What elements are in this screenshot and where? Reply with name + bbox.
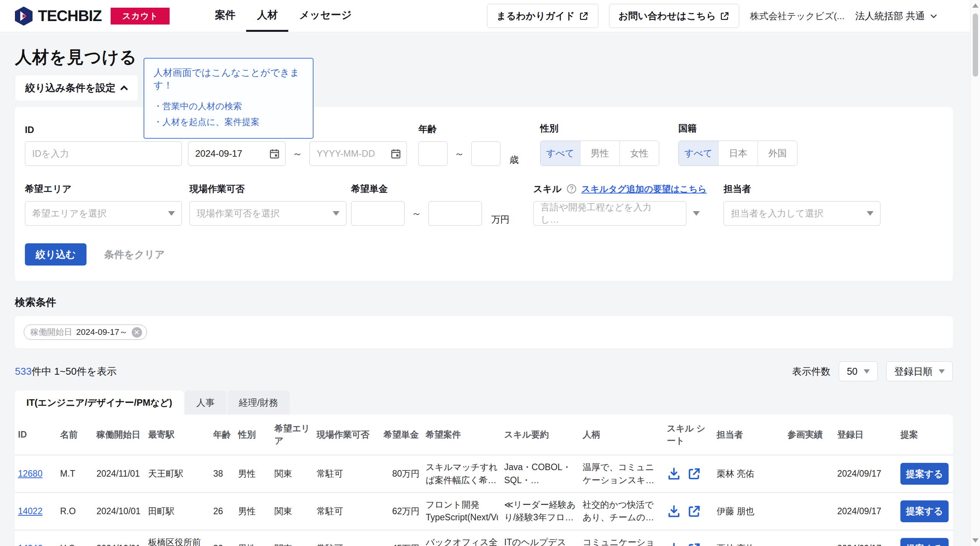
cell-onsite: 常駐可 xyxy=(314,455,381,493)
main-content: 人材を見つける 人材画面ではこんなことができます！ ・営業中の人材の検索・人材を… xyxy=(0,46,980,546)
close-icon[interactable]: ✕ xyxy=(132,327,142,338)
nav-item-案件[interactable]: 案件 xyxy=(204,0,246,32)
cell-gender: 男性 xyxy=(235,530,271,546)
cell-area: 関東 xyxy=(271,455,314,493)
gender-filter-label: 性別 xyxy=(540,122,659,134)
nationality-option-すべて[interactable]: すべて xyxy=(679,141,718,166)
area-filter-label: 希望エリア xyxy=(25,183,182,195)
rate-max-input[interactable] xyxy=(428,201,482,226)
skill-input[interactable]: 言語や開発工程などを入力し… xyxy=(533,201,686,226)
vertical-scrollbar[interactable] xyxy=(970,0,980,546)
cell-record xyxy=(784,493,834,530)
sort-order-value: 登録日順 xyxy=(894,365,933,378)
tab-人事[interactable]: 人事 xyxy=(185,390,226,415)
tab-IT(エンジニア/デザイナー/PMなど)[interactable]: IT(エンジニア/デザイナー/PMなど) xyxy=(15,390,184,415)
candidate-id-link[interactable]: 12680 xyxy=(18,469,42,479)
search-conditions-card: 稼働開始日2024-09-17～✕ xyxy=(15,316,953,348)
cell-wish: バックオフィス全般、営業案件、… xyxy=(423,530,501,546)
area-select[interactable]: 希望エリアを選択 xyxy=(25,201,182,226)
column-header-manager: 担当者 xyxy=(714,415,784,455)
rate-min-input[interactable] xyxy=(351,201,405,226)
cell-age: 32 xyxy=(210,530,235,546)
cell-area: 関東 xyxy=(271,530,314,546)
column-header-sheet: スキル シート xyxy=(664,415,714,455)
candidate-id-link[interactable]: 14022 xyxy=(18,506,42,516)
gender-option-男性[interactable]: 男性 xyxy=(580,141,619,166)
start-date-from-input[interactable] xyxy=(188,141,286,166)
column-header-record: 参画実績 xyxy=(784,415,834,455)
info-box-item: ・人材を起点に、案件提案 xyxy=(154,114,304,130)
scroll-down-arrow[interactable] xyxy=(972,538,978,543)
age-min-input[interactable] xyxy=(418,141,448,166)
guide-button[interactable]: まるわかりガイド xyxy=(487,4,598,28)
external-link-icon[interactable] xyxy=(687,467,701,481)
skill-tag-request-link[interactable]: スキルタグ追加の要望はこちら xyxy=(581,183,707,195)
scrollbar-thumb[interactable] xyxy=(973,13,978,77)
cell-station: 板橋区役所前駅 xyxy=(145,530,210,546)
clear-filter-button[interactable]: 条件をクリア xyxy=(104,248,165,261)
cell-name: R.O xyxy=(57,493,93,530)
logo-text: TECHBIZ xyxy=(38,7,101,25)
column-header-person: 人柄 xyxy=(580,415,664,455)
info-box-title: 人材画面ではこんなことができます！ xyxy=(154,66,304,92)
results-count-suffix: 件中 1~50件を表示 xyxy=(31,366,116,377)
cell-skill-sheet xyxy=(664,493,714,530)
results-count: 533 xyxy=(15,366,31,377)
chevron-up-icon xyxy=(120,85,128,93)
gender-option-女性[interactable]: 女性 xyxy=(619,141,659,166)
sort-order-select[interactable]: 登録日順 xyxy=(886,361,953,381)
personality-text: コミュニケーションスキルと、人当た… xyxy=(583,536,661,546)
nationality-option-日本[interactable]: 日本 xyxy=(718,141,758,166)
external-link-icon[interactable] xyxy=(687,504,701,518)
cell-registered-date: 2024/09/17 xyxy=(834,455,897,493)
cell-gender: 男性 xyxy=(235,493,271,530)
nav-item-メッセージ[interactable]: メッセージ xyxy=(288,0,363,32)
cell-id: 12680 xyxy=(15,455,57,493)
cell-station: 天王町駅 xyxy=(145,455,210,493)
skill-summary-text: Java・COBOL・SQL・PL/SQL・… xyxy=(504,461,577,487)
cell-start-date: 2024/11/01 xyxy=(93,455,145,493)
manager-select[interactable]: 担当者を入力して選択 xyxy=(724,201,880,226)
candidate-id-link[interactable]: 14246 xyxy=(18,543,42,546)
age-filter-label: 年齢 xyxy=(418,123,519,135)
per-page-select[interactable]: 50 xyxy=(839,361,878,381)
department-menu[interactable]: 法人統括部 共通 xyxy=(855,10,938,22)
cell-area: 関東 xyxy=(271,493,314,530)
apply-filter-button[interactable]: 絞り込む xyxy=(25,243,87,266)
id-input[interactable] xyxy=(25,141,182,166)
gender-option-すべて[interactable]: すべて xyxy=(541,141,580,166)
nationality-option-外国[interactable]: 外国 xyxy=(758,141,797,166)
propose-button[interactable]: 提案する xyxy=(900,500,949,522)
cell-record xyxy=(784,530,834,546)
propose-button[interactable]: 提案する xyxy=(900,463,949,485)
cell-wish: フロント開発TypeScript(Next/Vue xyxy=(423,493,501,530)
external-link-icon[interactable] xyxy=(687,542,701,546)
filter-toggle-button[interactable]: 絞り込み条件を設定 xyxy=(15,75,138,101)
cell-personality: コミュニケーションスキルと、人当た… xyxy=(580,530,664,546)
cell-onsite: 常駐可 xyxy=(314,493,381,530)
start-date-to-input[interactable] xyxy=(309,141,407,166)
company-name: 株式会社テックビズ(... xyxy=(750,10,844,22)
caret-down-icon xyxy=(939,369,945,374)
cell-skill-sheet xyxy=(664,530,714,546)
cell-rate: 80万円 xyxy=(381,455,423,493)
help-icon[interactable] xyxy=(566,184,577,194)
wish-text: フロント開発TypeScript(Next/Vue xyxy=(426,498,498,524)
age-max-input[interactable] xyxy=(471,141,500,166)
scroll-up-arrow[interactable] xyxy=(972,3,978,8)
cell-propose: 提案する xyxy=(897,530,953,546)
contact-button[interactable]: お問い合わせはこちら xyxy=(609,4,740,28)
download-icon[interactable] xyxy=(667,504,681,518)
logo-group[interactable]: TECHBIZ スカウト xyxy=(15,0,170,32)
propose-button[interactable]: 提案する xyxy=(900,538,949,546)
tab-経理/財務[interactable]: 経理/財務 xyxy=(227,390,290,415)
wish-text: バックオフィス全般、営業案件、… xyxy=(426,536,498,546)
skill-summary-text: ITのヘルプデスク・貿易事務・営業事… xyxy=(504,536,577,546)
skill-summary-text: ≪リーダー経験あり/経験3年フロン… xyxy=(504,498,577,524)
wish-text: スキルマッチすれば案件幅広く希望で… xyxy=(426,461,498,487)
techbiz-logo-icon xyxy=(15,7,33,26)
onsite-select[interactable]: 現場作業可否を選択 xyxy=(189,201,346,226)
download-icon[interactable] xyxy=(667,467,681,481)
download-icon[interactable] xyxy=(667,542,681,546)
nav-item-人材[interactable]: 人材 xyxy=(246,0,288,32)
